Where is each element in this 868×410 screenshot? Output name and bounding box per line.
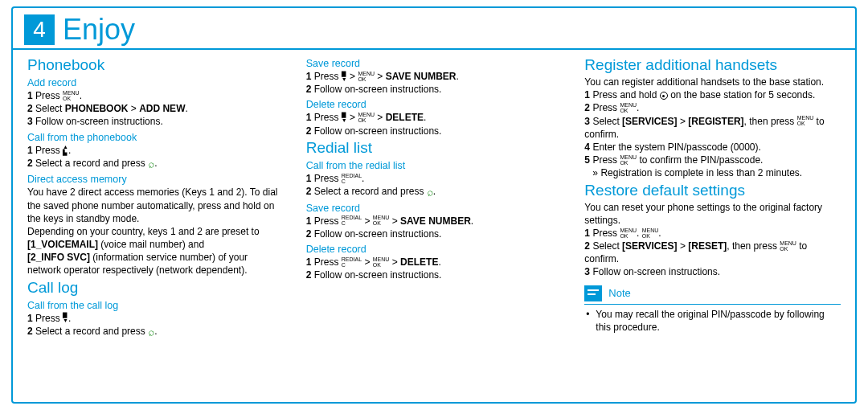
restore-intro: You can reset your phone settings to the… <box>584 201 841 227</box>
step-num: 1 <box>27 313 33 324</box>
step-num: 1 <box>306 215 312 227</box>
page-frame: 4 Enjoy Phonebook Add record 1 Press MEN… <box>11 6 857 404</box>
step-num: 1 <box>27 145 33 156</box>
step-text: Press <box>314 256 339 268</box>
menu-path: [SERVICES] <box>622 116 677 127</box>
step-num: 1 <box>306 71 312 82</box>
subhead-delete-record-2: Delete record <box>306 244 563 255</box>
calllog-steps: 1 Press ▇▼. 2 Select a record and press … <box>27 312 284 339</box>
menu-ok-icon: MENUOK <box>620 228 637 239</box>
sep: > <box>680 116 686 127</box>
step-text: Select <box>592 116 619 127</box>
step-text: Follow on-screen instructions. <box>314 228 442 240</box>
step-num: 1 <box>306 112 312 123</box>
down-icon: ▇▼ <box>342 112 347 123</box>
step-text: , then press <box>727 240 777 252</box>
register-intro: You can register additional handsets to … <box>584 76 841 88</box>
step-text: Press <box>314 112 339 123</box>
menu-ok-icon: MENUOK <box>358 112 375 123</box>
step-text: Follow on-screen instructions. <box>35 116 163 127</box>
menu-path: [RESET] <box>688 240 727 252</box>
step-text: Press <box>35 145 60 156</box>
heading-redial: Redial list <box>306 139 563 157</box>
step-text: Select a record and press <box>314 186 424 197</box>
sep: > <box>350 112 355 123</box>
sep: > <box>364 215 370 227</box>
redial-steps: 1 Press REDIALC. 2 Select a record and p… <box>306 172 563 199</box>
step-text: Registration is complete in less than 2 … <box>600 167 802 178</box>
note-icon <box>584 285 602 301</box>
step-num: 3 <box>584 266 590 277</box>
menu-path: DELETE <box>386 112 424 123</box>
redial-c-icon: REDIALC <box>342 215 362 226</box>
menu-ok-icon: MENUOK <box>373 256 390 268</box>
heading-calllog: Call log <box>27 279 284 297</box>
step-text: Select a record and press <box>35 326 145 337</box>
paragraph: (voice mail number) and <box>98 239 204 250</box>
step-num: 2 <box>306 269 312 281</box>
step-text: Press <box>314 173 339 184</box>
register-steps: 1 Press and hold on the base station for… <box>584 88 841 179</box>
column-1: Phonebook Add record 1 Press MENUOK. 2 S… <box>27 55 284 338</box>
note-box: Note You may recall the original PIN/pas… <box>584 285 841 334</box>
subhead-direct-access: Direct access memory <box>27 174 284 185</box>
menu-ok-icon: MENUOK <box>642 228 659 239</box>
step-num: 1 <box>27 90 33 101</box>
sep: > <box>131 103 137 114</box>
menu-path: SAVE NUMBER <box>400 215 471 227</box>
step-text: Select <box>592 240 619 252</box>
subhead-save-record: Save record <box>306 58 563 69</box>
menu-path: SAVE NUMBER <box>386 71 457 82</box>
step-num: 3 <box>584 116 590 127</box>
add-record-steps: 1 Press MENUOK. 2 Select PHONEBOOK > ADD… <box>27 89 284 129</box>
step-text: Press and hold <box>592 89 657 100</box>
step-num: 1 <box>584 228 590 239</box>
step-num: 2 <box>584 240 590 252</box>
sep: > <box>680 240 686 252</box>
menu-ok-icon: MENUOK <box>358 71 375 82</box>
menu-path: [SERVICES] <box>622 240 677 252</box>
paging-button-icon <box>660 92 668 100</box>
step-num: 2 <box>306 228 312 240</box>
step-num: 2 <box>27 103 33 114</box>
preset-key: [2_INFO SVC] <box>27 252 90 263</box>
result-mark: » <box>592 167 598 178</box>
down-icon: ▇▼ <box>342 71 347 82</box>
step-text: Follow on-screen instructions. <box>314 125 442 137</box>
step-text: Follow on-screen instructions. <box>314 269 442 281</box>
heading-register: Register additional handsets <box>584 56 841 74</box>
phonebook-icon: ▲▙ <box>63 144 68 155</box>
step-num: 2 <box>306 186 312 197</box>
step-text: Press <box>592 102 617 113</box>
step-num: 1 <box>306 173 312 184</box>
note-header: Note <box>584 285 841 305</box>
step-text: , then press <box>744 116 795 127</box>
subhead-call-phonebook: Call from the phonebook <box>27 132 284 143</box>
section-header: 4 Enjoy <box>13 8 855 50</box>
call-icon: ⌕ <box>425 184 434 199</box>
step-text: to confirm the PIN/passcode. <box>639 154 763 166</box>
step-num: 5 <box>584 154 590 166</box>
subhead-add-record: Add record <box>27 77 284 88</box>
step-text: on the base station for 5 seconds. <box>670 89 815 100</box>
step-num: 1 <box>306 256 312 268</box>
call-phonebook-steps: 1 Press ▲▙. 2 Select a record and press … <box>27 144 284 171</box>
menu-ok-icon: MENUOK <box>373 215 390 226</box>
subhead-call-redial: Call from the redial list <box>306 160 563 171</box>
step-num: 2 <box>27 158 33 169</box>
sep: > <box>377 71 383 82</box>
step-text: Select a record and press <box>35 158 145 169</box>
menu-ok-icon: MENUOK <box>63 90 80 101</box>
column-2: Save record 1 Press ▇▼ > MENUOK > SAVE N… <box>306 55 563 338</box>
content-columns: Phonebook Add record 1 Press MENUOK. 2 S… <box>13 55 855 346</box>
redial-c-icon: REDIALC <box>342 173 362 184</box>
step-num: 2 <box>306 125 312 137</box>
heading-phonebook: Phonebook <box>27 56 284 74</box>
step-num: 1 <box>584 89 590 100</box>
step-text: Press <box>35 90 60 101</box>
subhead-save-record-2: Save record <box>306 203 563 214</box>
step-text: Press <box>35 313 60 324</box>
step-text: Press <box>592 228 617 239</box>
step-text: Select <box>35 103 62 114</box>
sep: > <box>377 112 383 123</box>
